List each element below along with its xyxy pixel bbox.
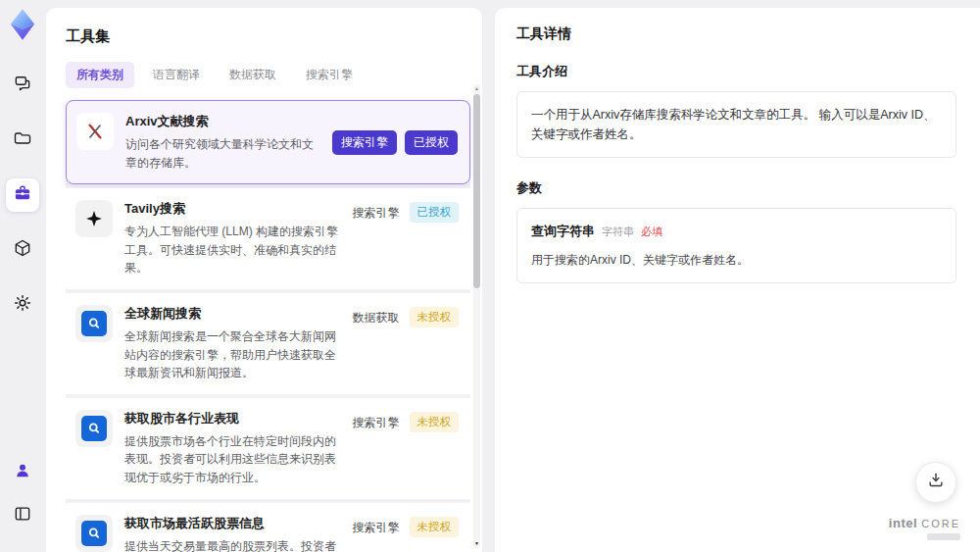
sidebar-item-settings[interactable] bbox=[6, 288, 39, 322]
star-icon bbox=[75, 200, 113, 237]
category-tag: 数据获取 bbox=[351, 307, 402, 329]
user-icon bbox=[13, 461, 32, 484]
tool-name: Arxiv文献搜索 bbox=[125, 113, 320, 130]
category-tag: 搜索引擎 bbox=[351, 202, 402, 225]
tool-card-text: 获取市场最活跃股票信息 提供当天交易量最高的股票列表。投资者可以利用这些信息来识… bbox=[124, 515, 339, 552]
sidebar-item-user[interactable] bbox=[6, 456, 39, 489]
auth-status-badge: 已授权 bbox=[405, 130, 458, 155]
package-icon bbox=[13, 238, 32, 262]
category-tag: 搜索引擎 bbox=[332, 130, 397, 155]
brand-sub-mark bbox=[927, 533, 960, 540]
tab-data-fetch[interactable]: 数据获取 bbox=[219, 62, 287, 88]
download-icon bbox=[926, 471, 946, 494]
parameter-name: 查询字符串 bbox=[531, 222, 595, 242]
toolbox-icon bbox=[13, 183, 32, 207]
tool-card-text: 获取股市各行业表现 提供股票市场各个行业在特定时间段内的表现。投资者可以利用这些… bbox=[124, 410, 339, 487]
download-button[interactable] bbox=[915, 462, 956, 503]
tool-detail-panel: 工具详情 工具介绍 一个用于从Arxiv存储库搜索科学论文和文章的工具。 输入可… bbox=[495, 8, 980, 552]
folder-icon bbox=[13, 128, 32, 152]
scroll-down-arrow[interactable]: ▼ bbox=[474, 541, 479, 546]
tool-card-sector-performance[interactable]: 获取股市各行业表现 提供股票市场各个行业在特定时间段内的表现。投资者可以利用这些… bbox=[66, 398, 470, 499]
tool-list-panel: 工具集 所有类别 语言翻译 数据获取 搜索引擎 Arxiv文献搜索 访问各个研究… bbox=[46, 8, 482, 552]
tool-card-active-stocks[interactable]: 获取市场最活跃股票信息 提供当天交易量最高的股票列表。投资者可以利用这些信息来识… bbox=[66, 503, 470, 552]
sidebar-item-files[interactable] bbox=[6, 124, 39, 157]
tool-intro-box: 一个用于从Arxiv存储库搜索科学论文和文章的工具。 输入可以是Arxiv ID… bbox=[516, 91, 956, 158]
parameter-required-flag: 必填 bbox=[641, 224, 662, 241]
auth-status-badge: 已授权 bbox=[410, 202, 460, 223]
tool-tags: 搜索引擎 未授权 bbox=[351, 515, 460, 552]
tool-tags: 数据获取 未授权 bbox=[351, 305, 460, 382]
parameter-description: 用于搜索的Arxiv ID、关键字或作者姓名。 bbox=[531, 251, 942, 270]
tab-search-engine[interactable]: 搜索引擎 bbox=[295, 62, 364, 88]
auth-status-badge: 未授权 bbox=[410, 307, 460, 327]
tool-description: 全球新闻搜索是一个聚合全球各大新闻网站内容的搜索引擎，帮助用户快速获取全球最新资… bbox=[124, 327, 339, 382]
tool-tags: 搜索引擎 未授权 bbox=[351, 410, 460, 487]
tool-card-global-news[interactable]: 全球新闻搜索 全球新闻搜索是一个聚合全球各大新闻网站内容的搜索引擎，帮助用户快速… bbox=[66, 293, 470, 394]
news-search-icon bbox=[75, 515, 113, 552]
auth-status-badge: 未授权 bbox=[410, 517, 460, 537]
tool-name: 全球新闻搜索 bbox=[124, 305, 339, 323]
tool-tags: 搜索引擎 已授权 bbox=[351, 200, 460, 277]
tool-list: Arxiv文献搜索 访问各个研究领域大量科学论文和文章的存储库。 搜索引擎 已授… bbox=[66, 100, 470, 552]
tool-description: 提供当天交易量最高的股票列表。投资者可以利用这些信息来识别流动性强的股票和潜在的… bbox=[124, 537, 339, 552]
tool-name: 获取市场最活跃股票信息 bbox=[124, 515, 339, 532]
scroll-up-arrow[interactable]: ▲ bbox=[474, 86, 479, 91]
category-tag: 搜索引擎 bbox=[351, 517, 402, 539]
app-window: 工具集 所有类别 语言翻译 数据获取 搜索引擎 Arxiv文献搜索 访问各个研究… bbox=[0, 0, 980, 552]
tool-name: 获取股市各行业表现 bbox=[124, 410, 339, 427]
app-logo bbox=[6, 8, 39, 41]
tool-card-text: Arxiv文献搜索 访问各个研究领域大量科学论文和文章的存储库。 bbox=[125, 113, 320, 172]
tool-card-arxiv[interactable]: Arxiv文献搜索 访问各个研究领域大量科学论文和文章的存储库。 搜索引擎 已授… bbox=[66, 100, 470, 184]
tool-tags: 搜索引擎 已授权 bbox=[332, 130, 458, 155]
sidebar-rail bbox=[0, 0, 45, 552]
sidebar-item-tools[interactable] bbox=[6, 178, 39, 212]
auth-status-badge: 未授权 bbox=[410, 412, 460, 432]
tool-name: Tavily搜索 bbox=[124, 200, 339, 218]
news-search-icon bbox=[75, 305, 113, 342]
parameter-header: 查询字符串 字符串 必填 bbox=[531, 222, 942, 242]
params-section-title: 参数 bbox=[516, 179, 956, 197]
tool-card-tavily[interactable]: Tavily搜索 专为人工智能代理 (LLM) 构建的搜索引擎工具。可快速提供实… bbox=[66, 188, 470, 289]
tab-translation[interactable]: 语言翻译 bbox=[142, 62, 211, 88]
tool-card-text: 全球新闻搜索 全球新闻搜索是一个聚合全球各大新闻网站内容的搜索引擎，帮助用户快速… bbox=[124, 305, 339, 382]
intel-core-logo: intel CORE bbox=[889, 516, 960, 540]
news-search-icon bbox=[75, 410, 113, 447]
chat-icon bbox=[13, 74, 32, 97]
detail-title: 工具详情 bbox=[516, 25, 956, 43]
arxiv-icon bbox=[76, 113, 114, 150]
sidebar-item-packages[interactable] bbox=[6, 233, 39, 267]
tab-all-categories[interactable]: 所有类别 bbox=[66, 62, 134, 88]
intro-section-title: 工具介绍 bbox=[516, 63, 956, 80]
tool-description: 专为人工智能代理 (LLM) 构建的搜索引擎工具。可快速提供实时、准确和真实的结… bbox=[124, 223, 339, 277]
brand-intel-text: intel bbox=[889, 516, 917, 530]
gear-icon bbox=[13, 293, 32, 317]
category-tag: 搜索引擎 bbox=[351, 412, 402, 434]
tool-card-text: Tavily搜索 专为人工智能代理 (LLM) 构建的搜索引擎工具。可快速提供实… bbox=[124, 200, 339, 277]
page-title: 工具集 bbox=[66, 27, 470, 46]
tool-intro-text: 一个用于从Arxiv存储库搜索科学论文和文章的工具。 输入可以是Arxiv ID… bbox=[531, 108, 936, 141]
tool-description: 访问各个研究领域大量科学论文和文章的存储库。 bbox=[125, 135, 320, 172]
scrollbar-thumb[interactable] bbox=[473, 94, 480, 288]
list-scrollbar[interactable]: ▲ ▼ bbox=[473, 84, 480, 548]
panel-toggle-icon bbox=[13, 504, 32, 527]
parameter-type: 字符串 bbox=[602, 224, 634, 241]
sidebar-item-panel-toggle[interactable] bbox=[6, 499, 39, 532]
parameter-box: 查询字符串 字符串 必填 用于搜索的Arxiv ID、关键字或作者姓名。 bbox=[516, 208, 956, 283]
category-tabs: 所有类别 语言翻译 数据获取 搜索引擎 bbox=[66, 62, 470, 88]
brand-core-text: CORE bbox=[921, 518, 960, 529]
tool-description: 提供股票市场各个行业在特定时间段内的表现。投资者可以利用这些信息来识别表现优于或… bbox=[124, 432, 339, 487]
sidebar-item-chat[interactable] bbox=[6, 69, 39, 102]
